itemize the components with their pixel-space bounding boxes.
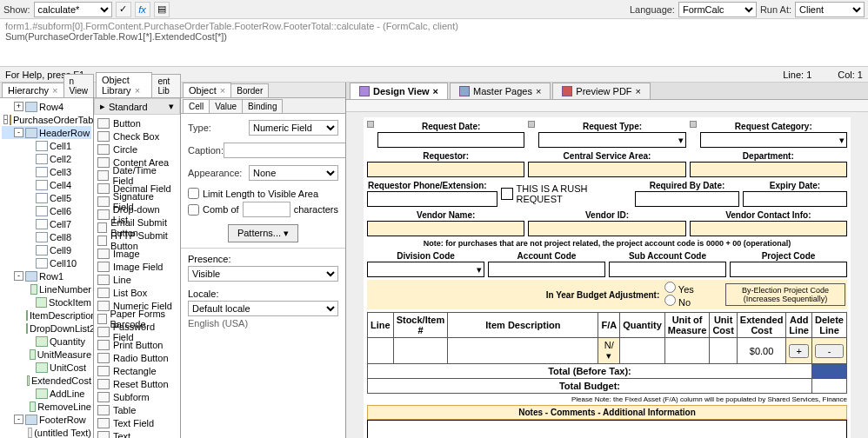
tree-item-extendedcost[interactable]: ExtendedCost [2, 374, 91, 387]
delete-line-button[interactable]: - [815, 344, 844, 358]
tab-preview-pdf[interactable]: Preview PDF× [552, 83, 651, 99]
comb-checkbox[interactable] [188, 204, 199, 216]
lib-item-reset-button[interactable]: Reset Button [97, 377, 177, 390]
lib-item-subform[interactable]: Subform [97, 390, 177, 403]
appearance-select[interactable]: None [249, 165, 338, 181]
tree-item-cell1[interactable]: Cell1 [2, 139, 91, 152]
project-code-field[interactable] [730, 262, 847, 277]
locale-select[interactable]: Default locale [188, 301, 338, 316]
expiry-field[interactable] [743, 191, 847, 207]
required-by-field[interactable] [635, 191, 739, 207]
drag-handle-icon[interactable] [528, 121, 535, 128]
drag-handle-icon[interactable] [367, 121, 374, 128]
tree-item-cell10[interactable]: Cell10 [2, 256, 91, 269]
close-icon[interactable]: × [536, 86, 541, 96]
lib-item-text[interactable]: Text [97, 429, 177, 438]
lib-item-table[interactable]: Table [97, 403, 177, 416]
runat-select[interactable]: Client [795, 2, 865, 17]
language-select[interactable]: FormCalc [678, 2, 757, 17]
tab-border[interactable]: Border [230, 83, 269, 97]
drag-handle-icon[interactable] [690, 121, 697, 128]
tab-object-library[interactable]: Object Library× [96, 72, 152, 97]
lib-item-check-box[interactable]: Check Box [97, 129, 177, 143]
lib-item-http-submit-button[interactable]: HTTP Submit Button [97, 234, 177, 247]
commit-icon[interactable]: ✓ [116, 2, 131, 17]
vendor-name-field[interactable] [367, 221, 524, 236]
tree-item-stockitem[interactable]: StockItem [2, 295, 91, 309]
add-line-button[interactable]: + [789, 344, 809, 358]
hierarchy-tree[interactable]: +Row4-PurchaseOrderTable-HeaderRowCell1C… [0, 98, 93, 438]
request-date-field[interactable] [377, 132, 524, 148]
close-icon[interactable]: × [220, 85, 225, 96]
close-icon[interactable]: × [135, 85, 140, 96]
request-category-field[interactable]: ▾ [700, 132, 847, 148]
comb-input[interactable] [243, 202, 290, 217]
script-icon[interactable]: ▤ [154, 2, 170, 17]
account-code-field[interactable] [488, 262, 605, 277]
dept-field[interactable] [690, 162, 847, 177]
script-editor[interactable]: form1.#subform[0].FormContent.PurchaseOr… [0, 19, 868, 67]
tree-item-row1[interactable]: -Row1 [2, 269, 91, 282]
fx-icon[interactable]: fx [135, 2, 150, 17]
patterns-button[interactable]: Patterns... ▾ [228, 224, 298, 242]
tree-item-dropdownlist2[interactable]: DropDownList2 [2, 322, 91, 335]
budget-no-radio[interactable] [664, 295, 676, 306]
lib-item-date-time-field[interactable]: Date/Time Field [97, 169, 177, 182]
lib-item-circle[interactable]: Circle [97, 143, 177, 156]
subtab-binding[interactable]: Binding [242, 99, 283, 113]
csa-field[interactable] [528, 162, 685, 177]
request-type-field[interactable]: ▾ [538, 132, 685, 148]
table-row[interactable]: N/ ▾ $0.00 + - [368, 338, 847, 364]
tree-item-linenumber[interactable]: LineNumber [2, 282, 91, 295]
vendor-contact-field[interactable] [690, 221, 847, 236]
tree-item-cell2[interactable]: Cell2 [2, 152, 91, 165]
close-icon[interactable]: × [433, 86, 438, 96]
subtab-cell[interactable]: Cell [183, 99, 210, 113]
requestor-field[interactable] [367, 162, 524, 177]
tree-item-cell8[interactable]: Cell8 [2, 230, 91, 243]
tree-item-removeline[interactable]: RemoveLine [2, 400, 91, 413]
subtab-value[interactable]: Value [209, 99, 243, 113]
show-select[interactable]: calculate* [34, 2, 112, 17]
tree-item-unitcost[interactable]: UnitCost [2, 361, 91, 374]
lib-item-list-box[interactable]: List Box [97, 286, 177, 299]
category-standard[interactable]: ▸Standard▾ [94, 98, 180, 115]
tree-item-cell6[interactable]: Cell6 [2, 204, 91, 217]
tree-item-cell3[interactable]: Cell3 [2, 165, 91, 178]
type-select[interactable]: Numeric Field [249, 120, 338, 136]
rush-checkbox[interactable] [501, 188, 513, 200]
tree-item-cell5[interactable]: Cell5 [2, 191, 91, 204]
tree-item-cell9[interactable]: Cell9 [2, 243, 91, 256]
lib-item-rectangle[interactable]: Rectangle [97, 364, 177, 377]
tree-item-unitmeasure[interactable]: UnitMeasure [2, 348, 91, 361]
limit-length-checkbox[interactable] [188, 188, 199, 199]
tree-item-itemdescription[interactable]: ItemDescription [2, 309, 91, 322]
notes-field[interactable] [367, 420, 847, 438]
tree-item-cell7[interactable]: Cell7 [2, 217, 91, 230]
design-canvas[interactable]: Request Date: Request Type:▾ Request Cat… [346, 112, 868, 438]
lib-item-image-field[interactable]: Image Field [97, 260, 177, 273]
tab-master-pages[interactable]: Master Pages× [450, 83, 551, 99]
division-code-field[interactable]: ▾ [367, 262, 484, 277]
tree-item-purchaseordertable[interactable]: -PurchaseOrderTable [2, 113, 91, 126]
tab-design-view[interactable]: Design View× [350, 83, 448, 99]
tree-item-quantity[interactable]: Quantity [2, 335, 91, 348]
tree-item-row4[interactable]: +Row4 [2, 100, 91, 113]
presence-select[interactable]: Visible [188, 266, 338, 282]
lib-item-password-field[interactable]: Password Field [97, 325, 177, 338]
sub-account-field[interactable] [609, 262, 726, 277]
lib-item-button[interactable]: Button [97, 116, 177, 129]
budget-yes-radio[interactable] [664, 282, 676, 293]
vendor-id-field[interactable] [528, 221, 685, 236]
lib-item-line[interactable]: Line [97, 273, 177, 286]
tab-object[interactable]: Object× [183, 83, 231, 97]
tree-item-headerrow[interactable]: -HeaderRow [2, 126, 91, 139]
lib-item-text-field[interactable]: Text Field [97, 416, 177, 429]
close-icon[interactable]: × [52, 85, 57, 96]
tab-view[interactable]: n View [63, 74, 95, 97]
tree-item-addline[interactable]: AddLine [2, 387, 91, 400]
tab-fragment-library[interactable]: ent Lib [151, 74, 181, 97]
close-icon[interactable]: × [636, 86, 641, 96]
phone-field[interactable] [367, 191, 497, 207]
tree-item-cell4[interactable]: Cell4 [2, 178, 91, 191]
